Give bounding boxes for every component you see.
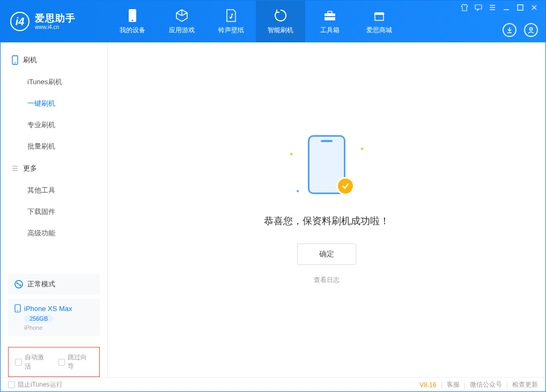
svg-point-9 <box>530 28 533 31</box>
logo-area[interactable]: i4 爱思助手 www.i4.cn <box>1 12 108 31</box>
logo-icon: i4 <box>10 12 29 31</box>
device-name: iPhone XS Max <box>24 305 72 313</box>
checkbox-label: 跳过向导 <box>68 353 93 371</box>
logo-text: 爱思助手 www.i4.cn <box>35 13 76 31</box>
group-title: 更多 <box>23 164 37 173</box>
app-subtitle: www.i4.cn <box>35 24 76 30</box>
checkbox-icon <box>8 381 15 388</box>
group-title: 刷机 <box>23 55 37 65</box>
nav-label: 应用游戏 <box>169 26 195 35</box>
footer: 阻止iTunes运行 V8.16 | 客服 | 微信公众号 | 检查更新 <box>1 377 545 392</box>
status-icon <box>14 280 23 289</box>
nav-label: 铃声壁纸 <box>218 26 244 35</box>
sidebar-item-pro-flash[interactable]: 专业刷机 <box>1 114 107 136</box>
svg-rect-6 <box>375 14 383 20</box>
nav-label: 爱思商城 <box>366 26 392 35</box>
download-icon[interactable] <box>503 23 517 37</box>
menu-icon[interactable] <box>489 4 496 11</box>
sparkle-icon: ✦ <box>289 151 293 157</box>
svg-point-2 <box>230 17 232 19</box>
footer-link-check-update[interactable]: 检查更新 <box>512 380 538 389</box>
svg-point-11 <box>14 62 16 63</box>
separator: | <box>464 381 466 389</box>
cube-icon <box>175 9 189 23</box>
checkbox-icon <box>58 359 65 366</box>
device-type: iPhone <box>24 324 93 331</box>
nav-tab-apps-games[interactable]: 应用游戏 <box>157 1 206 42</box>
footer-left: 阻止iTunes运行 <box>8 380 63 389</box>
ok-button[interactable]: 确定 <box>297 243 356 265</box>
sidebar-bottom: 正常模式 iPhone XS Max 256GB iPhone <box>1 269 107 342</box>
sidebar-item-advanced[interactable]: 高级功能 <box>1 223 107 244</box>
sparkle-icon: ✦ <box>360 146 364 152</box>
nav-tab-toolbox[interactable]: 工具箱 <box>305 1 355 42</box>
nav-tab-store[interactable]: 爱思商城 <box>355 1 404 42</box>
svg-point-1 <box>132 19 134 21</box>
sidebar: 刷机 iTunes刷机 一键刷机 专业刷机 批量刷机 更多 其他工具 下载固件 … <box>1 42 108 377</box>
footer-link-wechat[interactable]: 微信公众号 <box>470 380 502 389</box>
phone-icon <box>11 55 19 65</box>
sparkle-icon: ✦ <box>296 188 300 194</box>
minimize-icon[interactable] <box>503 4 510 11</box>
svg-point-16 <box>17 310 18 312</box>
svg-rect-5 <box>324 16 335 17</box>
checkbox-row-highlighted: 自动激活 跳过向导 <box>8 347 100 377</box>
nav-tab-my-device[interactable]: 我的设备 <box>108 1 157 42</box>
refresh-shield-icon <box>274 9 287 23</box>
version-label: V8.16 <box>419 381 436 389</box>
sidebar-group-flash: 刷机 <box>1 49 107 71</box>
checkbox-icon <box>15 359 22 366</box>
success-illustration: ✦ ✦ ✦ <box>284 135 370 199</box>
svg-rect-7 <box>475 5 482 9</box>
footer-right: V8.16 | 客服 | 微信公众号 | 检查更新 <box>419 380 538 389</box>
status-card[interactable]: 正常模式 <box>8 274 100 294</box>
header-right <box>461 1 538 42</box>
nav-tabs: 我的设备 应用游戏 铃声壁纸 智能刷机 工具箱 爱思商城 <box>108 1 404 42</box>
device-capacity: 256GB <box>24 315 53 322</box>
footer-link-support[interactable]: 客服 <box>447 380 460 389</box>
device-name-row: iPhone XS Max <box>14 304 93 313</box>
success-message: 恭喜您，保资料刷机成功啦！ <box>264 215 389 227</box>
shirt-icon[interactable] <box>461 4 468 11</box>
header: i4 爱思助手 www.i4.cn 我的设备 应用游戏 铃声壁纸 智能刷机 工具… <box>1 1 545 42</box>
window-controls <box>461 4 538 11</box>
user-icon[interactable] <box>524 23 538 37</box>
app-title: 爱思助手 <box>35 13 76 25</box>
view-log-link[interactable]: 查看日志 <box>314 276 340 285</box>
nav-label: 工具箱 <box>320 26 340 35</box>
checkbox-auto-activate[interactable]: 自动激活 <box>15 353 50 371</box>
svg-rect-4 <box>328 11 332 13</box>
main-content: ✦ ✦ ✦ 恭喜您，保资料刷机成功啦！ 确定 查看日志 <box>108 42 545 377</box>
sidebar-item-one-click-flash[interactable]: 一键刷机 <box>1 93 107 114</box>
device-icon <box>126 9 139 23</box>
nav-label: 我的设备 <box>120 26 145 35</box>
nav-tab-ringtones[interactable]: 铃声壁纸 <box>206 1 256 42</box>
feedback-icon[interactable] <box>475 4 482 11</box>
phone-small-icon <box>14 304 21 313</box>
toolbox-icon <box>323 9 337 23</box>
maximize-icon[interactable] <box>517 4 524 11</box>
body-area: 刷机 iTunes刷机 一键刷机 专业刷机 批量刷机 更多 其他工具 下载固件 … <box>1 42 545 377</box>
nav-label: 智能刷机 <box>268 26 293 35</box>
sidebar-item-other-tools[interactable]: 其他工具 <box>1 180 107 201</box>
sidebar-item-batch-flash[interactable]: 批量刷机 <box>1 136 107 157</box>
checkbox-label: 阻止iTunes运行 <box>18 380 63 389</box>
nav-tab-smart-flash[interactable]: 智能刷机 <box>256 1 305 42</box>
store-icon <box>372 9 386 23</box>
user-icons <box>503 23 538 37</box>
sidebar-top: 刷机 iTunes刷机 一键刷机 专业刷机 批量刷机 更多 其他工具 下载固件 … <box>1 42 107 269</box>
separator: | <box>506 381 508 389</box>
checkbox-skip-guide[interactable]: 跳过向导 <box>58 353 93 371</box>
checkbox-label: 自动激活 <box>25 353 50 371</box>
sidebar-item-download-firmware[interactable]: 下载固件 <box>1 201 107 223</box>
separator: | <box>441 381 442 389</box>
device-card[interactable]: iPhone XS Max 256GB iPhone <box>8 299 100 336</box>
checkbox-block-itunes[interactable]: 阻止iTunes运行 <box>8 380 63 389</box>
check-badge-icon <box>336 177 355 195</box>
svg-rect-8 <box>518 5 523 10</box>
status-label: 正常模式 <box>27 279 55 289</box>
sidebar-item-itunes-flash[interactable]: iTunes刷机 <box>1 71 107 93</box>
list-icon <box>11 165 19 172</box>
sidebar-group-more: 更多 <box>1 157 107 180</box>
close-icon[interactable] <box>530 4 538 11</box>
